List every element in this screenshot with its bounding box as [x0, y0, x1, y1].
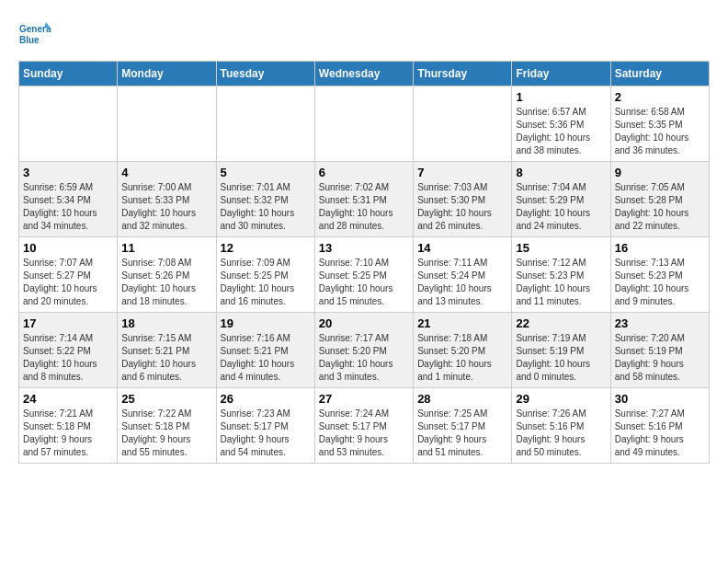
day-info: Sunrise: 7:05 AM Sunset: 5:28 PM Dayligh…	[615, 181, 705, 233]
day-info: Sunrise: 7:00 AM Sunset: 5:33 PM Dayligh…	[121, 181, 211, 233]
day-header: Saturday	[610, 62, 709, 86]
day-info: Sunrise: 7:09 AM Sunset: 5:25 PM Dayligh…	[221, 257, 311, 308]
calendar-day-cell	[414, 86, 512, 162]
day-number: 12	[221, 241, 311, 255]
day-info: Sunrise: 6:57 AM Sunset: 5:36 PM Dayligh…	[516, 106, 606, 157]
day-header: Thursday	[414, 62, 512, 86]
day-header: Friday	[512, 62, 610, 86]
day-info: Sunrise: 6:58 AM Sunset: 5:35 PM Dayligh…	[615, 106, 705, 157]
day-info: Sunrise: 7:11 AM Sunset: 5:24 PM Dayligh…	[417, 257, 507, 308]
calendar-day-cell: 20Sunrise: 7:17 AM Sunset: 5:20 PM Dayli…	[314, 313, 413, 388]
calendar-day-cell: 19Sunrise: 7:16 AM Sunset: 5:21 PM Dayli…	[216, 313, 314, 388]
logo-image: General Blue	[18, 18, 51, 52]
calendar: SundayMondayTuesdayWednesdayThursdayFrid…	[18, 61, 710, 464]
calendar-day-cell: 7Sunrise: 7:03 AM Sunset: 5:30 PM Daylig…	[414, 162, 512, 237]
day-info: Sunrise: 7:04 AM Sunset: 5:29 PM Dayligh…	[516, 181, 606, 233]
calendar-day-cell: 9Sunrise: 7:05 AM Sunset: 5:28 PM Daylig…	[610, 162, 709, 237]
day-info: Sunrise: 7:12 AM Sunset: 5:23 PM Dayligh…	[516, 257, 606, 308]
calendar-week-row: 3Sunrise: 6:59 AM Sunset: 5:34 PM Daylig…	[19, 162, 710, 237]
day-info: Sunrise: 7:24 AM Sunset: 5:17 PM Dayligh…	[319, 408, 409, 459]
day-number: 22	[516, 316, 606, 330]
day-number: 8	[516, 166, 606, 179]
day-number: 20	[319, 316, 409, 330]
day-number: 16	[615, 241, 705, 255]
calendar-day-cell: 15Sunrise: 7:12 AM Sunset: 5:23 PM Dayli…	[512, 237, 610, 313]
day-number: 29	[516, 392, 606, 406]
calendar-day-cell: 17Sunrise: 7:14 AM Sunset: 5:22 PM Dayli…	[19, 313, 118, 388]
calendar-day-cell: 22Sunrise: 7:19 AM Sunset: 5:19 PM Dayli…	[512, 313, 610, 388]
calendar-week-row: 1Sunrise: 6:57 AM Sunset: 5:36 PM Daylig…	[19, 86, 710, 162]
calendar-day-cell: 8Sunrise: 7:04 AM Sunset: 5:29 PM Daylig…	[512, 162, 610, 237]
day-info: Sunrise: 7:20 AM Sunset: 5:19 PM Dayligh…	[615, 332, 705, 384]
day-number: 5	[221, 166, 311, 179]
calendar-day-cell: 13Sunrise: 7:10 AM Sunset: 5:25 PM Dayli…	[314, 237, 413, 313]
header: General Blue	[18, 18, 710, 52]
day-header: Wednesday	[314, 62, 413, 86]
calendar-week-row: 10Sunrise: 7:07 AM Sunset: 5:27 PM Dayli…	[19, 237, 710, 313]
day-number: 26	[221, 392, 311, 406]
calendar-day-cell: 26Sunrise: 7:23 AM Sunset: 5:17 PM Dayli…	[216, 388, 314, 464]
day-info: Sunrise: 6:59 AM Sunset: 5:34 PM Dayligh…	[23, 181, 113, 233]
day-info: Sunrise: 7:17 AM Sunset: 5:20 PM Dayligh…	[319, 332, 409, 384]
day-number: 17	[23, 316, 113, 330]
calendar-day-cell: 5Sunrise: 7:01 AM Sunset: 5:32 PM Daylig…	[216, 162, 314, 237]
day-number: 13	[319, 241, 409, 255]
calendar-day-cell: 11Sunrise: 7:08 AM Sunset: 5:26 PM Dayli…	[118, 237, 216, 313]
day-number: 14	[417, 241, 507, 255]
calendar-day-cell: 23Sunrise: 7:20 AM Sunset: 5:19 PM Dayli…	[610, 313, 709, 388]
calendar-day-cell: 10Sunrise: 7:07 AM Sunset: 5:27 PM Dayli…	[19, 237, 118, 313]
day-info: Sunrise: 7:22 AM Sunset: 5:18 PM Dayligh…	[121, 408, 211, 459]
calendar-day-cell: 30Sunrise: 7:27 AM Sunset: 5:16 PM Dayli…	[610, 388, 709, 464]
day-info: Sunrise: 7:10 AM Sunset: 5:25 PM Dayligh…	[319, 257, 409, 308]
day-number: 7	[417, 166, 507, 179]
calendar-day-cell: 18Sunrise: 7:15 AM Sunset: 5:21 PM Dayli…	[118, 313, 216, 388]
day-info: Sunrise: 7:23 AM Sunset: 5:17 PM Dayligh…	[221, 408, 311, 459]
day-info: Sunrise: 7:15 AM Sunset: 5:21 PM Dayligh…	[121, 332, 211, 384]
day-number: 18	[121, 316, 211, 330]
calendar-day-cell	[314, 86, 413, 162]
day-number: 2	[615, 90, 705, 104]
day-info: Sunrise: 7:02 AM Sunset: 5:31 PM Dayligh…	[319, 181, 409, 233]
day-header: Tuesday	[216, 62, 314, 86]
day-info: Sunrise: 7:07 AM Sunset: 5:27 PM Dayligh…	[23, 257, 113, 308]
calendar-day-cell: 4Sunrise: 7:00 AM Sunset: 5:33 PM Daylig…	[118, 162, 216, 237]
day-info: Sunrise: 7:13 AM Sunset: 5:23 PM Dayligh…	[615, 257, 705, 308]
day-number: 21	[417, 316, 507, 330]
day-number: 19	[221, 316, 311, 330]
calendar-day-cell: 2Sunrise: 6:58 AM Sunset: 5:35 PM Daylig…	[610, 86, 709, 162]
day-number: 10	[23, 241, 113, 255]
day-number: 23	[615, 316, 705, 330]
calendar-day-cell: 12Sunrise: 7:09 AM Sunset: 5:25 PM Dayli…	[216, 237, 314, 313]
calendar-day-cell: 25Sunrise: 7:22 AM Sunset: 5:18 PM Dayli…	[118, 388, 216, 464]
day-info: Sunrise: 7:08 AM Sunset: 5:26 PM Dayligh…	[121, 257, 211, 308]
logo: General Blue	[18, 18, 51, 52]
day-header: Sunday	[19, 62, 118, 86]
day-number: 27	[319, 392, 409, 406]
calendar-day-cell: 16Sunrise: 7:13 AM Sunset: 5:23 PM Dayli…	[610, 237, 709, 313]
calendar-day-cell	[19, 86, 118, 162]
day-info: Sunrise: 7:01 AM Sunset: 5:32 PM Dayligh…	[221, 181, 311, 233]
day-number: 1	[516, 90, 606, 104]
day-number: 28	[417, 392, 507, 406]
day-number: 30	[615, 392, 705, 406]
day-number: 25	[121, 392, 211, 406]
day-number: 9	[615, 166, 705, 179]
day-number: 4	[121, 166, 211, 179]
day-header: Monday	[118, 62, 216, 86]
day-number: 6	[319, 166, 409, 179]
logo-svg: General Blue	[18, 18, 51, 52]
day-info: Sunrise: 7:27 AM Sunset: 5:16 PM Dayligh…	[615, 408, 705, 459]
day-number: 24	[23, 392, 113, 406]
calendar-day-cell: 1Sunrise: 6:57 AM Sunset: 5:36 PM Daylig…	[512, 86, 610, 162]
day-info: Sunrise: 7:21 AM Sunset: 5:18 PM Dayligh…	[23, 408, 113, 459]
day-info: Sunrise: 7:25 AM Sunset: 5:17 PM Dayligh…	[417, 408, 507, 459]
calendar-day-cell: 29Sunrise: 7:26 AM Sunset: 5:16 PM Dayli…	[512, 388, 610, 464]
calendar-header-row: SundayMondayTuesdayWednesdayThursdayFrid…	[19, 62, 710, 86]
day-number: 11	[121, 241, 211, 255]
day-info: Sunrise: 7:18 AM Sunset: 5:20 PM Dayligh…	[417, 332, 507, 384]
day-number: 15	[516, 241, 606, 255]
day-number: 3	[23, 166, 113, 179]
calendar-day-cell: 27Sunrise: 7:24 AM Sunset: 5:17 PM Dayli…	[314, 388, 413, 464]
calendar-day-cell: 21Sunrise: 7:18 AM Sunset: 5:20 PM Dayli…	[414, 313, 512, 388]
svg-text:Blue: Blue	[19, 35, 40, 45]
